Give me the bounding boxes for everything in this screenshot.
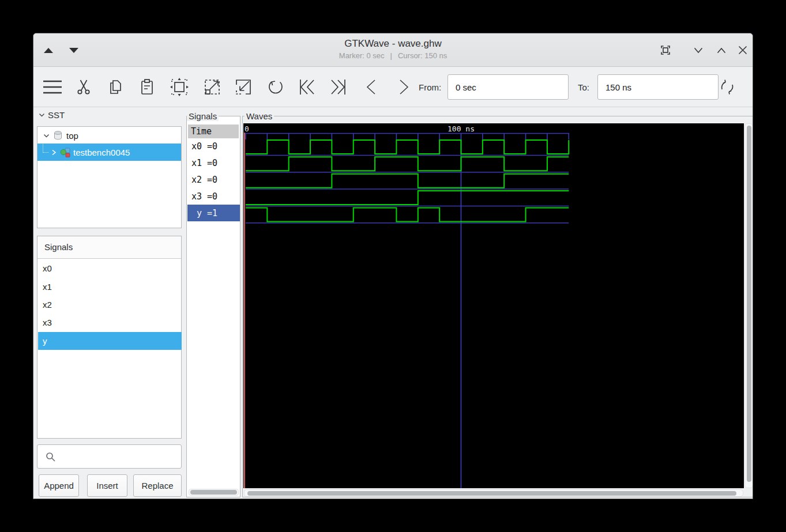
clipboard-paste-icon [140,78,155,96]
wave-trace-x3 [246,191,569,205]
insert-button[interactable]: Insert [87,474,127,497]
zoom-fit-icon [170,77,189,97]
signals-values-panel: Time x0 =0x1 =0x2 =0x3 =0y =1 [186,116,240,497]
close-icon [736,44,749,56]
minimize-button[interactable] [692,44,705,56]
waves-hscrollbar[interactable] [244,489,743,497]
fullscreen-icon [659,44,672,56]
append-button[interactable]: Append [39,474,79,497]
paste-button[interactable] [138,67,156,107]
zoom-in-icon [234,77,253,97]
signal-list-item-y[interactable]: y [38,332,182,350]
to-label: To: [578,82,589,92]
wave-trace-x1 [246,157,569,171]
wave-trace-x0 [246,140,569,154]
search-box[interactable] [37,444,182,469]
module-icon [60,147,72,158]
copy-button[interactable] [107,67,125,107]
signal-list-item-x0[interactable]: x0 [38,259,182,277]
insert-button-label: Insert [96,481,118,491]
signal-list-item-x3[interactable]: x3 [38,314,182,331]
signals-panel-frame-label: Signals [187,111,219,121]
reload-button[interactable] [717,67,737,107]
wave-trace-y [246,207,569,221]
signal-value-row-x0[interactable]: x0 =0 [188,138,239,155]
tree-guide-line [43,144,48,153]
chevron-down-icon [692,44,705,56]
zoom-out-button[interactable] [202,67,223,107]
marker-status: Marker: 0 sec [339,51,385,60]
sst-header[interactable]: SST [38,109,65,120]
shade-up-button[interactable] [44,48,53,53]
replace-button-label: Replace [141,481,173,491]
chevron-right-icon [396,78,411,96]
zoom-out-full-icon [202,77,222,97]
window-title: GTKWave - wave.ghw [206,38,580,50]
maximize-button[interactable] [715,44,728,56]
cursor-status: Cursor: 150 ns [398,51,447,60]
chevron-left-icon [364,78,379,96]
tree-item-testbench-label: testbench0045 [73,148,130,157]
shade-down-button[interactable] [69,48,78,53]
signal-list-item-x1[interactable]: x1 [38,277,182,295]
time-header[interactable]: Time [188,124,239,138]
wave-trace-x2 [246,174,569,188]
skip-to-end-icon [329,77,348,97]
collapse-chevron-icon [38,111,46,119]
scissors-icon [76,78,92,96]
hamburger-menu-icon [42,79,63,95]
signals-panel-hscrollbar[interactable] [189,489,239,496]
to-input[interactable] [597,74,719,100]
timescale-start-label: 0 [245,124,249,133]
chevron-up-icon [715,44,728,56]
titlebar: GTKWave - wave.ghw Marker: 0 sec|Cursor:… [33,33,753,67]
replace-button[interactable]: Replace [133,474,182,497]
fullscreen-button[interactable] [659,44,672,56]
sst-tree: top testbench0045 [37,126,182,228]
expander-closed-icon [51,149,57,156]
signal-list-item-x2[interactable]: x2 [38,296,182,314]
next-edge-button[interactable] [395,67,412,107]
search-icon [45,451,57,463]
cut-button[interactable] [74,67,93,107]
previous-edge-button[interactable] [363,67,380,107]
signals-list-panel: Signals x0x1x2x3y [37,236,182,439]
from-label: From: [419,82,441,92]
from-input[interactable] [447,74,569,100]
skip-to-start-icon [297,77,317,97]
reload-icon [718,78,736,96]
tree-item-testbench[interactable]: testbench0045 [37,144,181,161]
toolbar: From: To: [33,67,753,107]
signal-value-row-x2[interactable]: x2 =0 [188,172,239,188]
subtitle-separator: | [390,51,392,60]
tree-item-top-label: top [66,131,78,141]
signal-value-row-y[interactable]: y =1 [187,205,240,221]
waves-vscrollbar[interactable] [744,123,753,488]
close-button[interactable] [736,44,749,56]
window-subtitle: Marker: 0 sec|Cursor: 150 ns [206,51,580,60]
undo-icon [267,78,284,96]
database-icon [53,130,63,141]
wave-canvas[interactable]: 0100 ns [243,123,744,488]
waves-frame-label: Waves [245,111,274,121]
skip-to-end-button[interactable] [328,67,349,107]
signal-value-row-x1[interactable]: x1 =0 [188,155,239,172]
undo-button[interactable] [266,67,285,107]
signals-panel-hscrollbar-thumb[interactable] [190,490,237,495]
zoom-fit-button[interactable] [169,67,190,107]
gtkwave-window: GTKWave - wave.ghw Marker: 0 sec|Cursor:… [33,33,753,499]
waves-vscrollbar-thumb[interactable] [747,126,751,482]
tree-item-top[interactable]: top [37,127,181,144]
waves-panel: 0100 ns [242,116,753,497]
waveform-plot: 0100 ns [243,123,744,488]
zoom-in-button[interactable] [233,67,254,107]
waves-hscrollbar-thumb[interactable] [247,491,736,496]
signals-list-header: Signals [37,236,181,259]
expander-open-icon [43,132,50,139]
sst-header-label: SST [48,110,65,120]
append-button-label: Append [44,481,74,491]
copy-icon [108,78,124,96]
skip-to-start-button[interactable] [296,67,317,107]
menu-button[interactable] [42,67,63,107]
signal-value-row-x3[interactable]: x3 =0 [188,188,239,205]
